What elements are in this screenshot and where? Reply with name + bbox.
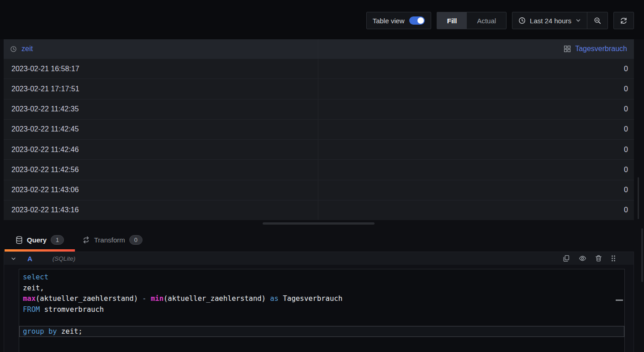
code-token: FROM	[23, 305, 40, 314]
table-row[interactable]: 2023-02-22 11:42:350	[4, 99, 634, 119]
transform-icon	[82, 236, 90, 244]
code-token: (aktueller_zaehlerstand)	[164, 294, 270, 303]
database-icon	[16, 236, 23, 244]
code-line[interactable]: zeit,	[19, 283, 624, 294]
magnifier-minus-icon	[594, 17, 602, 25]
fill-actual-switch: Fill Actual	[437, 12, 507, 29]
eye-icon	[579, 255, 586, 262]
table-body: 2023-02-21 16:58:1702023-02-21 17:17:510…	[4, 58, 634, 220]
actual-button[interactable]: Actual	[467, 12, 506, 29]
code-lines: selectzeit,max(aktueller_zaehlerstand) -…	[19, 269, 624, 337]
code-token: stromverbrauch	[40, 305, 104, 314]
cell-tagesverbrauch: 0	[318, 59, 634, 79]
tab-query[interactable]: Query 1	[5, 231, 75, 249]
cell-zeit: 2023-02-22 11:42:46	[4, 140, 318, 159]
delete-query-button[interactable]	[595, 255, 602, 262]
toggle-knob	[417, 17, 424, 24]
cell-zeit: 2023-02-22 11:42:56	[4, 160, 318, 179]
code-token: select	[23, 273, 48, 281]
table-row[interactable]: 2023-02-22 11:43:060	[4, 180, 634, 200]
code-token: as	[270, 294, 279, 303]
code-line[interactable]	[19, 315, 624, 326]
time-range-control: Last 24 hours	[512, 12, 608, 29]
cell-tagesverbrauch: 0	[318, 160, 634, 179]
query-actions	[563, 255, 616, 262]
chevron-down-icon	[575, 18, 581, 23]
trash-icon	[595, 255, 602, 262]
column-title-zeit[interactable]: zeit	[21, 45, 33, 53]
code-line[interactable]: max(aktueller_zaehlerstand) - min(aktuel…	[19, 294, 624, 305]
refresh-button[interactable]	[613, 12, 634, 29]
code-line[interactable]: FROM stromverbrauch	[19, 305, 624, 315]
cell-zeit: 2023-02-21 16:58:17	[4, 59, 318, 79]
code-token: (aktueller_zaehlerstand)	[36, 294, 142, 303]
clock-icon	[518, 17, 526, 24]
panel-edit-view: Table view Fill Actual Last 24 hours	[0, 0, 644, 352]
code-token	[147, 294, 151, 303]
drag-handle[interactable]	[611, 255, 616, 262]
table-view-label: Table view	[373, 17, 405, 25]
table-row[interactable]: 2023-02-21 16:58:170	[4, 58, 634, 79]
cell-zeit: 2023-02-22 11:42:45	[4, 120, 318, 139]
query-ref-id[interactable]: A	[27, 255, 32, 263]
code-line[interactable]: select	[19, 272, 624, 283]
cell-zeit: 2023-02-22 11:43:16	[4, 200, 318, 220]
tab-query-label: Query	[27, 236, 47, 244]
disable-query-button[interactable]	[579, 255, 586, 262]
cell-tagesverbrauch: 0	[318, 200, 634, 220]
cell-tagesverbrauch: 0	[318, 180, 634, 200]
query-count-badge: 1	[51, 235, 64, 245]
table-grid-icon	[564, 45, 571, 53]
query-row-header[interactable]: A (SQLite)	[4, 252, 633, 265]
copy-icon	[563, 255, 570, 262]
time-range-picker[interactable]: Last 24 hours	[512, 12, 587, 29]
fill-button[interactable]: Fill	[437, 12, 467, 29]
column-title-tagesverbrauch[interactable]: Tagesverbrauch	[575, 45, 627, 53]
query-row-card: A (SQLite)	[4, 252, 634, 352]
transform-count-badge: 0	[129, 235, 143, 245]
code-token: min	[151, 294, 164, 303]
code-token: -	[142, 294, 146, 303]
cell-zeit: 2023-02-21 17:17:51	[4, 79, 318, 99]
pane-resize-handle[interactable]	[263, 222, 375, 225]
table-row[interactable]: 2023-02-22 11:42:460	[4, 139, 634, 159]
cell-tagesverbrauch: 0	[318, 140, 634, 159]
zoom-out-time-button[interactable]	[587, 12, 607, 29]
table-row[interactable]: 2023-02-22 11:42:450	[4, 119, 634, 139]
code-line-current[interactable]: group by zeit;	[19, 326, 624, 337]
table-row[interactable]: 2023-02-22 11:43:160	[4, 200, 634, 220]
time-range-label: Last 24 hours	[530, 17, 571, 25]
table-scrollbar[interactable]	[638, 177, 639, 219]
editor-overview-marker	[616, 299, 623, 301]
code-token: zeit;	[57, 327, 83, 336]
table-view-toggle[interactable]	[409, 16, 425, 25]
drag-dots-icon	[611, 255, 616, 262]
collapse-chevron-icon[interactable]	[11, 256, 16, 262]
sql-code-editor[interactable]: selectzeit,max(aktueller_zaehlerstand) -…	[19, 269, 625, 352]
column-header-tagesverbrauch[interactable]: Tagesverbrauch	[318, 39, 634, 58]
cell-tagesverbrauch: 0	[318, 100, 634, 119]
code-token: group by	[23, 327, 57, 336]
cell-tagesverbrauch: 0	[318, 79, 634, 99]
table-row[interactable]: 2023-02-21 17:17:510	[4, 79, 634, 99]
page-scrollbar[interactable]	[641, 228, 643, 282]
table-header: zeit Tagesverbrauch	[4, 39, 634, 58]
tab-transform[interactable]: Transform 0	[82, 231, 143, 249]
code-token: zeit,	[23, 284, 44, 292]
top-bar: Table view Fill Actual Last 24 hours	[0, 0, 644, 39]
table-row[interactable]: 2023-02-22 11:42:560	[4, 159, 634, 179]
clock-icon	[10, 46, 17, 53]
code-token: max	[23, 294, 36, 303]
refresh-icon	[620, 17, 628, 25]
code-token: Tagesverbrauch	[279, 294, 343, 303]
cell-zeit: 2023-02-22 11:42:35	[4, 100, 318, 119]
table-panel: zeit Tagesverbrauch 2023-02-21 16:58:170…	[4, 39, 634, 220]
cell-zeit: 2023-02-22 11:43:06	[4, 180, 318, 200]
table-view-control: Table view	[366, 12, 431, 29]
cell-tagesverbrauch: 0	[318, 120, 634, 139]
column-header-zeit[interactable]: zeit	[4, 39, 318, 58]
tab-transform-label: Transform	[94, 236, 125, 244]
datasource-hint: (SQLite)	[53, 255, 75, 262]
duplicate-query-button[interactable]	[563, 255, 570, 262]
panel-toolbar: Table view Fill Actual Last 24 hours	[366, 12, 634, 29]
